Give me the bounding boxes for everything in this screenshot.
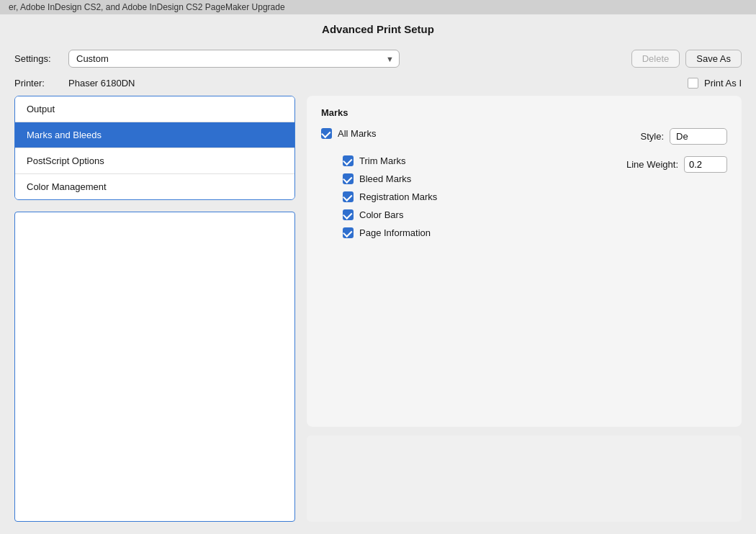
marks-section: Marks All Marks Style: De xyxy=(307,96,742,427)
bleed-marks-checkbox[interactable] xyxy=(343,173,354,184)
all-marks-label: All Marks xyxy=(338,128,376,139)
style-select-wrapper: De xyxy=(670,128,727,145)
header-buttons: Delete Save As xyxy=(631,50,742,68)
marks-checkboxes-area: Trim Marks Bleed Marks Registration Mark… xyxy=(321,152,727,242)
bottom-panel xyxy=(307,435,742,522)
right-panel: Marks All Marks Style: De xyxy=(307,96,742,522)
line-weight-section: Line Weight: xyxy=(626,156,727,173)
dialog-title: Advanced Print Setup xyxy=(0,14,756,42)
preview-box xyxy=(14,212,295,522)
settings-select[interactable]: Custom xyxy=(68,50,400,68)
registration-marks-item: Registration Marks xyxy=(321,188,437,206)
line-weight-label: Line Weight: xyxy=(626,159,678,170)
page-information-item: Page Information xyxy=(321,224,437,242)
color-bars-checkbox[interactable] xyxy=(343,209,354,220)
color-bars-label: Color Bars xyxy=(359,209,403,220)
registration-marks-label: Registration Marks xyxy=(359,191,437,202)
style-label: Style: xyxy=(640,131,664,142)
trim-marks-label: Trim Marks xyxy=(359,155,406,166)
section-title: Marks xyxy=(321,107,727,118)
save-as-button[interactable]: Save As xyxy=(685,50,742,68)
style-select[interactable]: De xyxy=(670,128,727,145)
page-information-label: Page Information xyxy=(359,227,431,238)
print-as-section: Print As I xyxy=(688,78,742,89)
page-information-checkbox[interactable] xyxy=(343,227,354,238)
main-content: Output Marks and Bleeds PostScript Optio… xyxy=(0,96,756,534)
nav-item-marks-and-bleeds[interactable]: Marks and Bleeds xyxy=(15,122,294,148)
registration-marks-checkbox[interactable] xyxy=(343,191,354,202)
print-as-label: Print As I xyxy=(704,78,742,89)
printer-value: Phaser 6180DN xyxy=(68,78,135,89)
nav-item-postscript-options[interactable]: PostScript Options xyxy=(15,148,294,174)
bleed-marks-item: Bleed Marks xyxy=(321,170,437,188)
delete-button[interactable]: Delete xyxy=(631,50,680,68)
nav-item-output[interactable]: Output xyxy=(15,96,294,122)
printer-label: Printer: xyxy=(14,78,61,89)
style-row: Style: De xyxy=(640,128,727,145)
all-marks-row: All Marks xyxy=(321,128,376,139)
bleed-marks-label: Bleed Marks xyxy=(359,173,411,184)
trim-marks-checkbox[interactable] xyxy=(343,155,354,166)
settings-row: Settings: Custom ▼ Delete Save As xyxy=(0,42,756,75)
printer-row: Printer: Phaser 6180DN Print As I xyxy=(0,75,756,96)
all-marks-checkbox[interactable] xyxy=(321,128,332,139)
settings-select-wrapper: Custom ▼ xyxy=(68,50,400,68)
top-banner: er, Adobe InDesign CS2, and Adobe InDesi… xyxy=(0,0,756,14)
line-weight-input[interactable] xyxy=(684,156,727,173)
nav-item-color-management[interactable]: Color Management xyxy=(15,174,294,199)
nav-list: Output Marks and Bleeds PostScript Optio… xyxy=(14,96,295,200)
marks-checkboxes-left: Trim Marks Bleed Marks Registration Mark… xyxy=(321,152,437,242)
settings-label: Settings: xyxy=(14,53,61,64)
print-as-checkbox[interactable] xyxy=(688,78,698,89)
trim-marks-item: Trim Marks xyxy=(321,152,437,170)
left-panel: Output Marks and Bleeds PostScript Optio… xyxy=(14,96,295,522)
marks-top-row: All Marks Style: De xyxy=(321,128,727,145)
color-bars-item: Color Bars xyxy=(321,206,437,224)
